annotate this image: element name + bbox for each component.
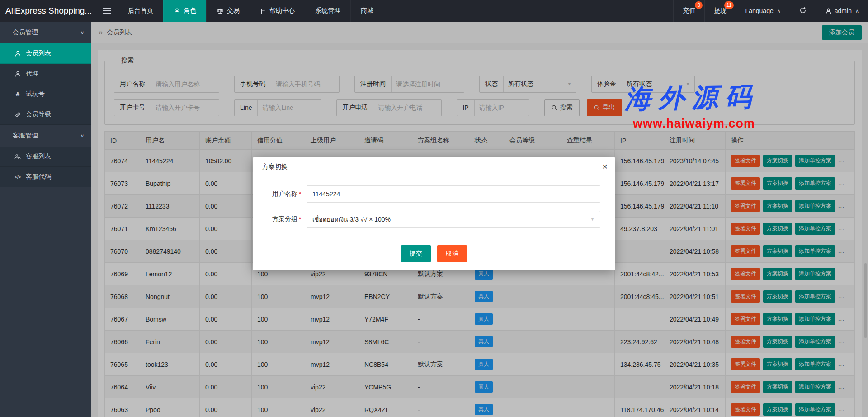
topbar-right: 充值 0 提现 11 Language ∧ admin ∧ [673, 0, 868, 22]
chevron-up-icon: ∧ [777, 8, 781, 14]
chevron-down-icon: ∨ [80, 133, 84, 139]
menu-toggle-button[interactable] [96, 0, 118, 22]
sidebar-item-trial-account[interactable]: ♣试玩号 [0, 84, 91, 104]
person-icon [14, 50, 22, 57]
nav-item-help[interactable]: 帮助中心 [250, 0, 305, 22]
club-icon: ♣ [14, 91, 22, 97]
flag-icon [260, 8, 266, 14]
chevron-down-icon: ∨ [80, 30, 84, 36]
person-icon [174, 8, 180, 14]
top-nav: 后台首页角色交易帮助中心系统管理商城 [118, 0, 383, 22]
nav-item-label: 后台首页 [128, 7, 153, 15]
withdraw-menu-item[interactable]: 提现 11 [704, 0, 736, 22]
username-field-label: 用户名称* [267, 190, 301, 198]
user-icon [825, 8, 832, 14]
nav-item-label: 商城 [361, 7, 373, 15]
sidebar-item-label: 试玩号 [26, 90, 45, 98]
person-icon [14, 71, 22, 77]
sidebar: 会员管理∨会员列表代理♣试玩号会员等级客服管理∨客服列表</>客服代码 [0, 22, 91, 417]
sidebar-item-label: 代理 [26, 70, 38, 78]
modal-body: 用户名称* 方案分组* เชื่อดยอดเงิน 3/3 √√ × 100% … [253, 176, 615, 228]
sidebar-item-label: 客服列表 [26, 152, 51, 161]
caret-down-icon: ▼ [590, 217, 594, 222]
sidebar-item-service-code[interactable]: </>客服代码 [0, 167, 91, 187]
admin-menu[interactable]: admin ∧ [816, 0, 868, 22]
refresh-button[interactable] [790, 0, 816, 22]
nav-item-label: 帮助中心 [269, 7, 295, 15]
withdraw-label: 提现 [714, 7, 726, 15]
sidebar-item-member-level[interactable]: 会员等级 [0, 104, 91, 125]
nav-item-mall[interactable]: 商城 [350, 0, 383, 22]
nav-item-label: 角色 [184, 7, 196, 15]
sidebar-item-service-list[interactable]: 客服列表 [0, 147, 91, 167]
modal-header: 方案切换 × [253, 157, 615, 176]
recharge-menu-item[interactable]: 充值 0 [673, 0, 704, 22]
required-marker: * [299, 216, 301, 223]
plan-group-field-label: 方案分组* [267, 215, 301, 223]
app-logo: AliExpress Shopping... [0, 0, 96, 22]
nav-item-system[interactable]: 系统管理 [305, 0, 350, 22]
topbar: AliExpress Shopping... 后台首页角色交易帮助中心系统管理商… [0, 0, 868, 22]
required-marker: * [299, 190, 301, 197]
cancel-button[interactable]: 取消 [437, 245, 467, 262]
nav-item-label: 系统管理 [315, 7, 340, 15]
sidebar-item-label: 会员等级 [26, 110, 51, 118]
withdraw-badge: 11 [724, 1, 734, 9]
sidebar-item-member-list[interactable]: 会员列表 [0, 43, 91, 64]
sidebar-group-label: 客服管理 [13, 132, 38, 140]
link-icon [14, 111, 22, 118]
plan-switch-modal: 方案切换 × 用户名称* 方案分组* เชื่อดยอดเงิน 3/3 √√ … [253, 157, 615, 270]
vertical-scrollbar[interactable] [864, 263, 867, 338]
admin-label: admin [835, 7, 852, 14]
sidebar-group-member-management[interactable]: 会员管理∨ [0, 22, 91, 43]
nav-item-trade[interactable]: 交易 [206, 0, 250, 22]
plan-group-select[interactable]: เชื่อดยอดเงิน 3/3 √√ × 100% ▼ [307, 211, 600, 228]
submit-button[interactable]: 提交 [401, 245, 431, 262]
sidebar-group-label: 会员管理 [13, 28, 38, 37]
close-icon[interactable]: × [602, 157, 608, 176]
username-field[interactable] [307, 185, 600, 203]
sidebar-item-agent[interactable]: 代理 [0, 64, 91, 84]
nav-item-role[interactable]: 角色 [163, 0, 206, 22]
language-menu[interactable]: Language ∧ [736, 0, 789, 22]
modal-footer: 提交 取消 [253, 238, 615, 270]
scales-icon [217, 8, 224, 14]
recharge-badge: 0 [695, 1, 703, 9]
sidebar-group-service-management[interactable]: 客服管理∨ [0, 125, 91, 147]
sidebar-item-label: 客服代码 [26, 173, 51, 181]
code-icon: </> [14, 174, 22, 180]
nav-item-home[interactable]: 后台首页 [118, 0, 163, 22]
chevron-up-icon: ∧ [855, 8, 859, 14]
menu-icon [103, 7, 111, 15]
people-icon [14, 153, 22, 160]
sidebar-item-label: 会员列表 [26, 49, 51, 57]
nav-item-label: 交易 [227, 7, 240, 15]
refresh-icon [799, 7, 807, 15]
modal-title: 方案切换 [262, 163, 288, 170]
plan-group-selected-value: เชื่อดยอดเงิน 3/3 √√ × 100% [312, 214, 391, 224]
recharge-label: 充值 [683, 7, 695, 15]
